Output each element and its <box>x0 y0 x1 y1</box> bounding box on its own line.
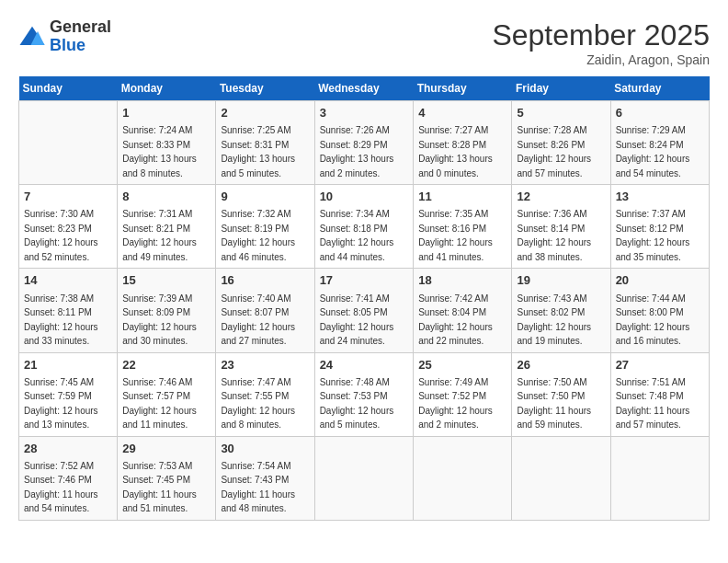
day-number: 4 <box>418 105 506 121</box>
week-row-5: 28 Sunrise: 7:52 AMSunset: 7:46 PMDaylig… <box>19 436 710 520</box>
week-row-3: 14 Sunrise: 7:38 AMSunset: 8:11 PMDaylig… <box>19 269 710 352</box>
weekday-header-friday: Friday <box>512 76 610 101</box>
weekday-header-row: SundayMondayTuesdayWednesdayThursdayFrid… <box>19 76 710 101</box>
calendar-cell: 27 Sunrise: 7:51 AMSunset: 7:48 PMDaylig… <box>610 352 709 436</box>
calendar-cell: 8 Sunrise: 7:31 AMSunset: 8:21 PMDayligh… <box>118 185 216 269</box>
day-info: Sunrise: 7:41 AMSunset: 8:05 PMDaylight:… <box>320 293 394 347</box>
calendar-cell <box>314 436 414 520</box>
day-number: 18 <box>418 272 506 289</box>
weekday-header-saturday: Saturday <box>610 76 709 101</box>
day-number: 1 <box>122 105 210 121</box>
day-info: Sunrise: 7:29 AMSunset: 8:24 PMDaylight:… <box>616 125 690 178</box>
day-number: 14 <box>24 272 112 289</box>
calendar-cell: 22 Sunrise: 7:46 AMSunset: 7:57 PMDaylig… <box>118 352 216 436</box>
day-info: Sunrise: 7:42 AMSunset: 8:04 PMDaylight:… <box>418 293 493 347</box>
calendar-cell: 2 Sunrise: 7:25 AMSunset: 8:31 PMDayligh… <box>216 101 314 185</box>
weekday-header-monday: Monday <box>118 76 216 101</box>
calendar-cell: 17 Sunrise: 7:41 AMSunset: 8:05 PMDaylig… <box>314 269 414 352</box>
day-info: Sunrise: 7:49 AMSunset: 7:52 PMDaylight:… <box>418 377 493 431</box>
day-number: 3 <box>320 105 409 121</box>
day-info: Sunrise: 7:54 AMSunset: 7:43 PMDaylight:… <box>221 461 295 514</box>
calendar-cell: 15 Sunrise: 7:39 AMSunset: 8:09 PMDaylig… <box>118 269 216 352</box>
day-info: Sunrise: 7:50 AMSunset: 7:50 PMDaylight:… <box>517 377 591 431</box>
calendar-cell: 4 Sunrise: 7:27 AMSunset: 8:28 PMDayligh… <box>414 101 512 185</box>
logo-blue: Blue <box>50 36 85 54</box>
day-info: Sunrise: 7:37 AMSunset: 8:12 PMDaylight:… <box>616 209 690 262</box>
logo-icon <box>18 23 46 51</box>
day-number: 15 <box>122 272 210 289</box>
day-info: Sunrise: 7:25 AMSunset: 8:31 PMDaylight:… <box>221 125 295 178</box>
day-number: 17 <box>320 272 409 289</box>
day-info: Sunrise: 7:53 AMSunset: 7:45 PMDaylight:… <box>122 461 197 514</box>
logo: General Blue <box>18 18 111 55</box>
page-header: General Blue September 2025 Zaidin, Arag… <box>18 18 710 67</box>
day-number: 8 <box>122 189 210 205</box>
day-number: 11 <box>418 189 506 205</box>
day-info: Sunrise: 7:28 AMSunset: 8:26 PMDaylight:… <box>517 125 591 178</box>
calendar-cell: 5 Sunrise: 7:28 AMSunset: 8:26 PMDayligh… <box>512 101 610 185</box>
day-number: 9 <box>221 189 309 205</box>
day-info: Sunrise: 7:48 AMSunset: 7:53 PMDaylight:… <box>320 377 394 431</box>
calendar-cell <box>19 101 118 185</box>
calendar-cell: 30 Sunrise: 7:54 AMSunset: 7:43 PMDaylig… <box>216 436 314 520</box>
calendar-cell: 13 Sunrise: 7:37 AMSunset: 8:12 PMDaylig… <box>610 185 709 269</box>
calendar-cell <box>414 436 512 520</box>
day-number: 30 <box>221 441 309 457</box>
calendar-cell: 7 Sunrise: 7:30 AMSunset: 8:23 PMDayligh… <box>19 185 118 269</box>
day-info: Sunrise: 7:34 AMSunset: 8:18 PMDaylight:… <box>320 209 394 262</box>
calendar-cell: 3 Sunrise: 7:26 AMSunset: 8:29 PMDayligh… <box>314 101 414 185</box>
day-info: Sunrise: 7:40 AMSunset: 8:07 PMDaylight:… <box>221 293 295 347</box>
day-info: Sunrise: 7:27 AMSunset: 8:28 PMDaylight:… <box>418 125 493 178</box>
day-info: Sunrise: 7:35 AMSunset: 8:16 PMDaylight:… <box>418 209 493 262</box>
calendar-cell: 23 Sunrise: 7:47 AMSunset: 7:55 PMDaylig… <box>216 352 314 436</box>
day-number: 12 <box>517 189 605 205</box>
day-info: Sunrise: 7:44 AMSunset: 8:00 PMDaylight:… <box>616 293 690 347</box>
calendar-cell: 24 Sunrise: 7:48 AMSunset: 7:53 PMDaylig… <box>314 352 414 436</box>
calendar-cell: 16 Sunrise: 7:40 AMSunset: 8:07 PMDaylig… <box>216 269 314 352</box>
day-number: 6 <box>616 105 704 121</box>
day-info: Sunrise: 7:36 AMSunset: 8:14 PMDaylight:… <box>517 209 591 262</box>
calendar-cell: 10 Sunrise: 7:34 AMSunset: 8:18 PMDaylig… <box>314 185 414 269</box>
day-number: 29 <box>122 441 210 457</box>
location-subtitle: Zaidin, Aragon, Spain <box>492 52 710 67</box>
week-row-4: 21 Sunrise: 7:45 AMSunset: 7:59 PMDaylig… <box>19 352 710 436</box>
calendar-cell: 14 Sunrise: 7:38 AMSunset: 8:11 PMDaylig… <box>19 269 118 352</box>
day-number: 25 <box>418 357 506 373</box>
weekday-header-thursday: Thursday <box>414 76 512 101</box>
day-number: 20 <box>616 272 704 289</box>
calendar-cell: 6 Sunrise: 7:29 AMSunset: 8:24 PMDayligh… <box>610 101 709 185</box>
day-info: Sunrise: 7:38 AMSunset: 8:11 PMDaylight:… <box>24 293 98 347</box>
month-title: September 2025 <box>492 18 710 52</box>
calendar-cell: 12 Sunrise: 7:36 AMSunset: 8:14 PMDaylig… <box>512 185 610 269</box>
week-row-1: 1 Sunrise: 7:24 AMSunset: 8:33 PMDayligh… <box>19 101 710 185</box>
day-info: Sunrise: 7:26 AMSunset: 8:29 PMDaylight:… <box>320 125 394 178</box>
day-number: 16 <box>221 272 309 289</box>
day-info: Sunrise: 7:45 AMSunset: 7:59 PMDaylight:… <box>24 377 98 431</box>
calendar-cell: 20 Sunrise: 7:44 AMSunset: 8:00 PMDaylig… <box>610 269 709 352</box>
day-number: 2 <box>221 105 309 121</box>
day-info: Sunrise: 7:43 AMSunset: 8:02 PMDaylight:… <box>517 293 591 347</box>
calendar-cell: 29 Sunrise: 7:53 AMSunset: 7:45 PMDaylig… <box>118 436 216 520</box>
day-number: 23 <box>221 357 309 373</box>
day-info: Sunrise: 7:46 AMSunset: 7:57 PMDaylight:… <box>122 377 197 431</box>
calendar-cell: 21 Sunrise: 7:45 AMSunset: 7:59 PMDaylig… <box>19 352 118 436</box>
logo-general: General <box>50 17 111 36</box>
calendar-cell: 28 Sunrise: 7:52 AMSunset: 7:46 PMDaylig… <box>19 436 118 520</box>
calendar-cell: 26 Sunrise: 7:50 AMSunset: 7:50 PMDaylig… <box>512 352 610 436</box>
logo-text: General Blue <box>50 18 111 55</box>
weekday-header-tuesday: Tuesday <box>216 76 314 101</box>
calendar-cell <box>512 436 610 520</box>
calendar-cell: 19 Sunrise: 7:43 AMSunset: 8:02 PMDaylig… <box>512 269 610 352</box>
day-number: 10 <box>320 189 409 205</box>
day-info: Sunrise: 7:24 AMSunset: 8:33 PMDaylight:… <box>122 125 197 178</box>
day-info: Sunrise: 7:39 AMSunset: 8:09 PMDaylight:… <box>122 293 197 347</box>
day-number: 5 <box>517 105 605 121</box>
day-number: 27 <box>616 357 704 373</box>
day-info: Sunrise: 7:52 AMSunset: 7:46 PMDaylight:… <box>24 461 98 514</box>
title-section: September 2025 Zaidin, Aragon, Spain <box>492 18 710 67</box>
calendar-cell: 1 Sunrise: 7:24 AMSunset: 8:33 PMDayligh… <box>118 101 216 185</box>
calendar-cell: 9 Sunrise: 7:32 AMSunset: 8:19 PMDayligh… <box>216 185 314 269</box>
week-row-2: 7 Sunrise: 7:30 AMSunset: 8:23 PMDayligh… <box>19 185 710 269</box>
calendar-cell <box>610 436 709 520</box>
day-number: 7 <box>24 189 112 205</box>
